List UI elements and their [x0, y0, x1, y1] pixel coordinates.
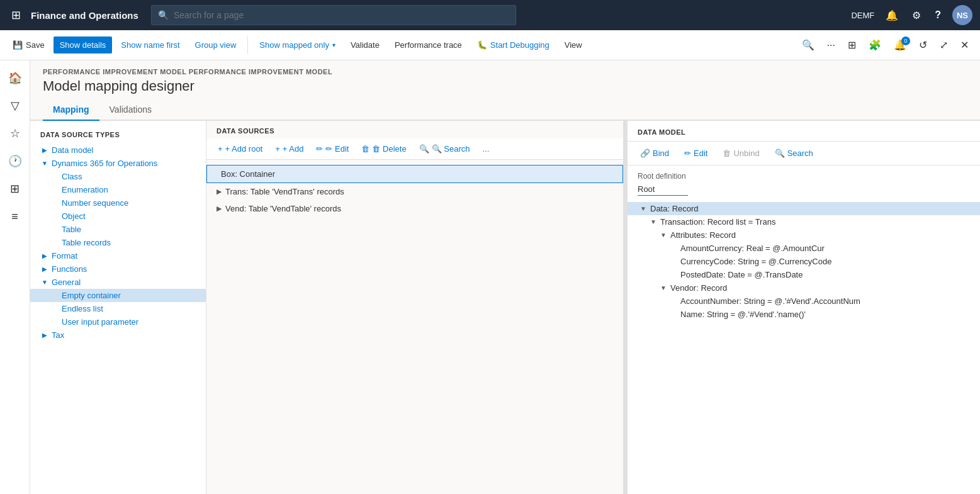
search-ds-icon: 🔍: [419, 144, 429, 154]
add-icon: +: [275, 144, 280, 154]
dm-label-posted-date: PostedDate: Date = @.TransDate: [680, 270, 803, 279]
toggle-table-records: [50, 239, 59, 247]
tree-label-empty-container: Empty container: [62, 291, 121, 300]
tree-item-user-input-parameter[interactable]: User input parameter: [30, 315, 206, 328]
tree-item-dynamics365[interactable]: ▼ Dynamics 365 for Operations: [30, 157, 206, 170]
breadcrumb: PERFORMANCE IMPROVEMENT MODEL PERFORMANC…: [43, 68, 967, 76]
badge-container: 🔔 0: [889, 35, 911, 55]
global-search-box[interactable]: 🔍: [151, 5, 516, 25]
bind-button[interactable]: 🔗 Bind: [635, 145, 674, 161]
toggle-table: [50, 225, 59, 234]
notification-icon[interactable]: 🔔: [883, 7, 901, 24]
tree-item-data-model[interactable]: ▶ Data model: [30, 143, 206, 157]
dm-item-amount-currency[interactable]: AmountCurrency: Real = @.AmountCur: [628, 242, 980, 255]
datasource-toolbar: + + Add root + + Add ✏ ✏ Edit 🗑 🗑 Delete: [206, 138, 623, 160]
search-button[interactable]: 🔍 🔍 Search: [414, 141, 475, 157]
view-button[interactable]: View: [558, 36, 589, 53]
tree-label-format: Format: [52, 251, 77, 261]
toggle-data-model: ▶: [40, 146, 49, 155]
nav-home-icon[interactable]: 🏠: [3, 65, 28, 91]
refresh-btn[interactable]: ↺: [914, 35, 932, 55]
nav-grid-icon[interactable]: ⊞: [3, 176, 28, 201]
unbind-button[interactable]: 🗑 Unbind: [718, 145, 764, 161]
search-icon-btn[interactable]: 🔍: [797, 35, 819, 55]
add-root-icon: +: [218, 144, 223, 154]
dm-label-data: Data: Record: [650, 204, 699, 213]
popout-btn[interactable]: ⤢: [935, 35, 953, 55]
more-options-btn[interactable]: ···: [822, 36, 840, 55]
tree-item-class[interactable]: Class: [30, 170, 206, 183]
dm-item-vendor[interactable]: ▼ Vendor: Record: [628, 281, 980, 295]
start-debugging-button[interactable]: 🐛 Start Debugging: [471, 36, 556, 53]
tree-item-number-sequence[interactable]: Number sequence: [30, 196, 206, 210]
dm-item-data-record[interactable]: ▼ Data: Record: [628, 202, 980, 215]
add-button[interactable]: + + Add: [270, 141, 308, 157]
ds-toggle-vend: ▶: [217, 205, 222, 213]
dm-item-account-number[interactable]: AccountNumber: String = @.'#Vend'.Accoun…: [628, 295, 980, 308]
search-input[interactable]: [174, 10, 509, 20]
user-avatar[interactable]: NS: [952, 5, 972, 25]
dm-item-posted-date[interactable]: PostedDate: Date = @.TransDate: [628, 268, 980, 281]
toggle-enumeration: [50, 186, 59, 194]
nav-recent-icon[interactable]: 🕐: [3, 149, 28, 174]
help-icon[interactable]: ?: [932, 7, 943, 23]
dm-toggle-attributes: ▼: [660, 232, 668, 239]
show-mapped-only-button[interactable]: Show mapped only ▾: [253, 36, 342, 53]
tree-item-functions[interactable]: ▶ Functions: [30, 262, 206, 276]
dm-label-name: Name: String = @.'#Vend'.'name()': [680, 310, 806, 319]
show-mapped-only-dropdown-icon: ▾: [332, 42, 335, 48]
dm-item-name[interactable]: Name: String = @.'#Vend'.'name()': [628, 308, 980, 321]
nav-filter-icon[interactable]: ▽: [3, 93, 28, 118]
show-details-button[interactable]: Show details: [54, 36, 113, 53]
delete-button[interactable]: 🗑 🗑 Delete: [356, 141, 411, 157]
tree-label-enumeration: Enumeration: [62, 185, 108, 194]
tree-label-endless-list: Endless list: [62, 304, 103, 313]
debug-icon: 🐛: [477, 40, 487, 50]
layout-icon-btn[interactable]: ⊞: [843, 35, 861, 55]
dm-edit-button[interactable]: ✏ Edit: [679, 145, 712, 161]
tree-item-empty-container[interactable]: Empty container: [30, 289, 206, 302]
grid-icon[interactable]: ⊞: [8, 4, 25, 26]
tree-item-endless-list[interactable]: Endless list: [30, 302, 206, 315]
close-btn[interactable]: ✕: [955, 35, 974, 55]
edit-button[interactable]: ✏ ✏ Edit: [311, 141, 354, 157]
ds-item-box[interactable]: Box: Container: [206, 165, 623, 183]
tab-mapping[interactable]: Mapping: [43, 99, 99, 121]
dm-search-button[interactable]: 🔍 Search: [770, 145, 818, 161]
ds-item-trans[interactable]: ▶ Trans: Table 'VendTrans' records: [206, 183, 623, 200]
dm-item-transaction[interactable]: ▼ Transaction: Record list = Trans: [628, 215, 980, 228]
extension-icon-btn[interactable]: 🧩: [864, 35, 886, 55]
tree-item-general[interactable]: ▼ General: [30, 276, 206, 289]
toggle-class: [50, 172, 59, 181]
toggle-general: ▼: [40, 278, 49, 287]
more-button[interactable]: ...: [477, 141, 494, 157]
ds-label-vend: Vend: Table 'VendTable' records: [225, 204, 341, 213]
tree-item-enumeration[interactable]: Enumeration: [30, 183, 206, 196]
tree-item-table[interactable]: Table: [30, 223, 206, 236]
data-model-toolbar: 🔗 Bind ✏ Edit 🗑 Unbind 🔍 Search: [628, 142, 980, 166]
user-label: DEMF: [851, 11, 874, 20]
dm-item-attributes[interactable]: ▼ Attributes: Record: [628, 228, 980, 242]
tab-validations[interactable]: Validations: [99, 99, 162, 121]
nav-list-icon[interactable]: ≡: [3, 204, 28, 229]
tree-label-class: Class: [62, 172, 82, 181]
settings-icon[interactable]: ⚙: [910, 7, 923, 24]
show-name-first-button[interactable]: Show name first: [115, 36, 186, 53]
toggle-endless-list: [50, 305, 59, 313]
save-button[interactable]: 💾 Save: [6, 36, 51, 53]
validate-button[interactable]: Validate: [344, 36, 386, 53]
tree-item-tax[interactable]: ▶ Tax: [30, 328, 206, 342]
dm-item-currency-code[interactable]: CurrencyCode: String = @.CurrencyCode: [628, 255, 980, 268]
toggle-format: ▶: [40, 252, 49, 261]
dm-label-vendor: Vendor: Record: [670, 283, 727, 293]
tree-item-table-records[interactable]: Table records: [30, 236, 206, 249]
add-root-button[interactable]: + + Add root: [213, 141, 268, 157]
nav-favorites-icon[interactable]: ☆: [3, 121, 28, 146]
ds-item-vend[interactable]: ▶ Vend: Table 'VendTable' records: [206, 200, 623, 217]
performance-trace-button[interactable]: Performance trace: [388, 36, 468, 53]
topbar-right: DEMF 🔔 ⚙ ? NS: [851, 5, 972, 25]
dm-toggle-vendor: ▼: [660, 284, 668, 291]
tree-item-object[interactable]: Object: [30, 210, 206, 223]
group-view-button[interactable]: Group view: [189, 36, 243, 53]
tree-item-format[interactable]: ▶ Format: [30, 249, 206, 262]
